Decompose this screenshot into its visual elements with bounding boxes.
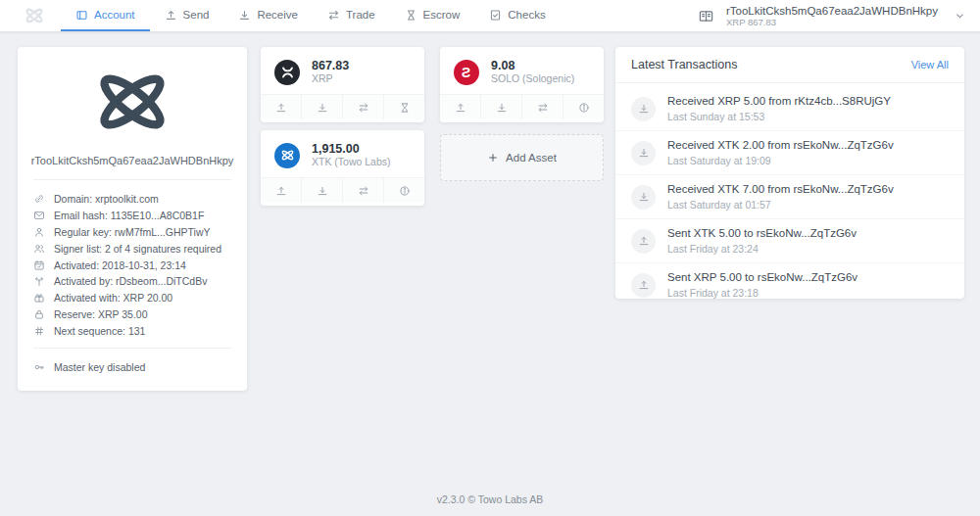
xtk-logo-icon (274, 143, 300, 168)
asset-card-xrp: 867.83 XRP (261, 47, 424, 122)
solo-send-button[interactable] (440, 95, 480, 119)
receive-icon (317, 102, 328, 114)
tab-receive-label: Receive (257, 9, 298, 21)
branch-icon (33, 275, 45, 287)
xrp-trade-button[interactable] (342, 95, 383, 119)
tab-checks[interactable]: Checks (474, 0, 560, 31)
account-icon (75, 9, 88, 22)
detail-activated-by-text: Activated by: rDsbeom...DiTCdBv (54, 275, 207, 287)
detail-next-sequence: Next sequence: 131 (33, 322, 231, 339)
xrp-escrow-button[interactable] (383, 95, 424, 119)
mail-icon (33, 210, 45, 221)
receive-icon (238, 9, 251, 22)
received-icon (631, 185, 656, 210)
checks-icon (489, 9, 502, 22)
escrow-icon (405, 9, 417, 22)
detail-activated-by: Activated by: rDsbeom...DiTCdBv (33, 273, 231, 290)
xrp-logo-icon (274, 60, 300, 85)
transaction-text: Received XTK 2.00 from rsEkoNw...ZqTzG6v (667, 138, 894, 152)
transaction-time: Last Saturday at 01:57 (667, 198, 894, 211)
key-icon (33, 361, 45, 373)
xtk-trade-button[interactable] (342, 178, 383, 203)
sologenic-logo-icon: S (454, 60, 479, 85)
gift-icon (33, 292, 45, 304)
solo-receive-button[interactable] (480, 95, 521, 119)
account-summary-card: rTooLkitCksh5mQa67eaa2JaWHDBnHkpy Domain… (18, 47, 247, 391)
transaction-row[interactable]: Received XTK 7.00 from rsEkoNw...ZqTzG6v… (615, 174, 964, 218)
transaction-row[interactable]: Sent XTK 5.00 to rsEkoNw...ZqTzG6v Last … (615, 218, 964, 262)
xtk-info-button[interactable] (383, 178, 424, 203)
account-selector[interactable]: rTooLkitCksh5mQa67eaa2JaWHDBnHkpy XRP 86… (698, 0, 966, 31)
asset-solo-summary: S 9.08 SOLO (Sologenic) (440, 47, 604, 94)
sologenic-letter: S (462, 65, 470, 80)
transaction-info: Sent XTK 5.00 to rsEkoNw...ZqTzG6v Last … (667, 226, 857, 256)
lock-icon (33, 308, 45, 320)
send-icon (275, 185, 287, 197)
sent-icon (631, 273, 656, 298)
detail-regular-key-text: Regular key: rwM7fmL...GHPTiwY (54, 226, 210, 238)
transaction-row[interactable]: Received XTK 2.00 from rsEkoNw...ZqTzG6v… (615, 130, 964, 174)
detail-domain: Domain: xrptoolkit.com (33, 191, 231, 208)
latest-transactions-card: Latest Transactions View All Received XR… (615, 47, 964, 299)
account-selector-address: rTooLkitCksh5mQa67eaa2JaWHDBnHkpy (726, 5, 938, 17)
xtk-send-button[interactable] (261, 178, 301, 203)
tab-receive[interactable]: Receive (223, 0, 313, 31)
tab-account-label: Account (94, 9, 135, 21)
xrp-send-button[interactable] (261, 95, 301, 119)
address-book-icon (698, 9, 714, 23)
solo-trade-button[interactable] (521, 95, 563, 119)
detail-activated-with-text: Activated with: XRP 20.00 (54, 292, 172, 304)
asset-solo-actions (440, 94, 604, 119)
plus-icon (487, 152, 499, 164)
solo-info-button[interactable] (563, 95, 604, 119)
asset-xtk-name: XTK (Towo Labs) (312, 156, 391, 168)
top-navigation-bar: Account Send Receive Trade Escrow Checks (0, 0, 980, 31)
account-address: rTooLkitCksh5mQa67eaa2JaWHDBnHkpy (29, 155, 235, 166)
detail-activated-text: Activated: 2018-10-31, 23:14 (54, 259, 186, 271)
tab-trade[interactable]: Trade (313, 0, 390, 31)
tab-send-label: Send (183, 9, 210, 21)
received-icon (631, 97, 656, 121)
received-icon (631, 141, 656, 165)
transaction-time: Last Sunday at 15:53 (667, 110, 891, 123)
detail-reserve-text: Reserve: XRP 35.00 (54, 308, 148, 320)
asset-xtk-actions (261, 177, 424, 203)
view-all-link[interactable]: View All (911, 59, 949, 70)
tab-send[interactable]: Send (150, 0, 224, 31)
info-icon (578, 102, 590, 114)
account-selector-text: rTooLkitCksh5mQa67eaa2JaWHDBnHkpy XRP 86… (726, 5, 938, 27)
asset-xtk-amount: 1,915.00 (312, 142, 391, 156)
transaction-text: Sent XRP 5.00 to rsEkoNw...ZqTzG6v (667, 270, 858, 284)
send-icon (165, 9, 177, 22)
detail-email-hash: Email hash: 1135E10...A8C0B1F (33, 208, 231, 224)
xtk-receive-button[interactable] (301, 178, 342, 203)
tab-account[interactable]: Account (61, 0, 150, 31)
xrp-receive-button[interactable] (301, 95, 342, 119)
account-card-top: rTooLkitCksh5mQa67eaa2JaWHDBnHkpy (18, 47, 247, 166)
tab-escrow[interactable]: Escrow (390, 0, 475, 31)
asset-xtk-info: 1,915.00 XTK (Towo Labs) (312, 142, 391, 168)
asset-card-xtk: 1,915.00 XTK (Towo Labs) (261, 130, 424, 206)
transaction-row[interactable]: Sent XRP 5.00 to rsEkoNw...ZqTzG6v Last … (615, 262, 964, 306)
asset-xrp-actions (261, 94, 424, 119)
signers-icon (33, 243, 45, 255)
xrp-toolkit-logo-icon (20, 5, 49, 26)
send-icon (275, 102, 287, 114)
detail-activated-with: Activated with: XRP 20.00 (33, 290, 231, 306)
tab-escrow-label: Escrow (423, 9, 461, 21)
asset-solo-amount: 9.08 (491, 59, 574, 72)
hash-icon (33, 325, 45, 337)
trade-icon (358, 102, 369, 114)
asset-xtk-summary: 1,915.00 XTK (Towo Labs) (261, 130, 424, 177)
info-icon (399, 185, 411, 197)
detail-activated: Activated: 2018-10-31, 23:14 (33, 257, 231, 273)
transactions-title: Latest Transactions (631, 58, 737, 71)
link-icon (33, 193, 45, 205)
transaction-info: Received XTK 2.00 from rsEkoNw...ZqTzG6v… (667, 138, 894, 167)
transaction-time: Last Friday at 23:24 (667, 242, 857, 256)
add-asset-button[interactable]: Add Asset (440, 134, 604, 181)
transaction-row[interactable]: Received XRP 5.00 from rKtz4cb...S8RUjGY… (615, 87, 964, 130)
send-icon (455, 102, 466, 114)
tab-checks-label: Checks (508, 9, 545, 21)
detail-domain-text: Domain: xrptoolkit.com (54, 193, 159, 205)
